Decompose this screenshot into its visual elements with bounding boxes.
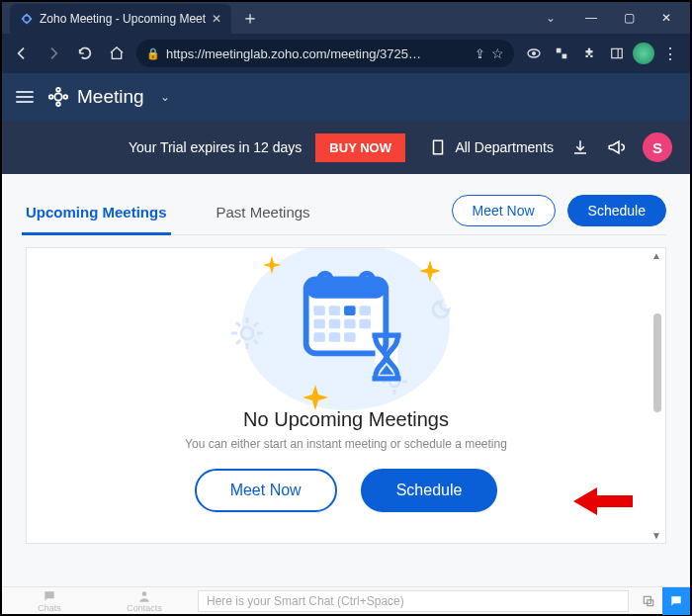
smart-chat-input[interactable]: Here is your Smart Chat (Ctrl+Space) (198, 590, 629, 612)
announce-icon[interactable] (607, 138, 625, 156)
building-icon (429, 138, 447, 156)
svg-rect-42 (329, 306, 341, 315)
svg-point-4 (26, 22, 28, 24)
empty-subtitle: You can either start an instant meeting … (185, 437, 507, 451)
window-titlebar: Zoho Meeting - Upcoming Meet ✕ ＋ ⌄ ― ▢ ✕ (2, 2, 690, 34)
extensions-icon[interactable] (577, 42, 601, 65)
footer-popout-icon[interactable] (635, 587, 662, 615)
empty-meet-now-button[interactable]: Meet Now (195, 469, 337, 512)
svg-point-1 (22, 18, 24, 20)
lock-icon: 🔒 (146, 47, 160, 60)
svg-rect-44 (359, 306, 371, 315)
menu-icon[interactable]: ⋮ (658, 42, 682, 65)
sun-doodle-icon (227, 313, 267, 353)
department-label: All Departments (455, 139, 554, 155)
close-window-button[interactable]: ✕ (649, 4, 684, 32)
panel-scrollbar[interactable]: ▲ ▼ (649, 250, 663, 541)
tabs-dropdown-icon[interactable]: ⌄ (528, 11, 573, 25)
brand-icon (47, 86, 69, 108)
scroll-down-icon[interactable]: ▼ (649, 530, 663, 541)
svg-rect-46 (329, 319, 341, 329)
svg-rect-49 (313, 332, 325, 342)
svg-rect-50 (329, 332, 341, 342)
svg-rect-8 (562, 54, 567, 59)
url-text: https://meetinglab.zoho.com/meeting/3725… (166, 46, 469, 61)
close-tab-icon[interactable]: ✕ (212, 12, 221, 26)
scroll-thumb[interactable] (653, 313, 661, 412)
brand-name: Meeting (77, 86, 144, 108)
maximize-button[interactable]: ▢ (611, 4, 647, 32)
empty-title: No Upcoming Meetings (243, 408, 449, 431)
browser-tab[interactable]: Zoho Meeting - Upcoming Meet ✕ (10, 4, 231, 34)
moon-doodle-icon (429, 296, 457, 323)
svg-rect-7 (557, 48, 562, 53)
empty-illustration (217, 247, 475, 404)
trial-text: Your Trial expires in 12 days (129, 139, 302, 155)
trial-banner: Your Trial expires in 12 days BUY NOW Al… (2, 121, 690, 174)
reload-button[interactable] (73, 42, 97, 65)
hamburger-icon[interactable] (16, 91, 34, 103)
empty-schedule-button[interactable]: Schedule (361, 469, 498, 512)
brand-dropdown-icon[interactable]: ⌄ (160, 90, 170, 104)
svg-point-6 (533, 52, 536, 55)
tab-title: Zoho Meeting - Upcoming Meet (40, 12, 206, 26)
sparkle-icon (263, 256, 281, 274)
tab-upcoming-meetings[interactable]: Upcoming Meetings (26, 192, 167, 234)
svg-point-11 (54, 93, 61, 100)
meet-now-button[interactable]: Meet Now (452, 195, 556, 226)
department-selector[interactable]: All Departments (429, 138, 554, 156)
address-bar[interactable]: 🔒 https://meetinglab.zoho.com/meeting/37… (136, 40, 514, 67)
sparkle-icon (419, 260, 441, 282)
svg-point-3 (26, 14, 28, 16)
download-icon[interactable] (571, 138, 589, 156)
user-avatar[interactable]: S (643, 132, 672, 162)
minimize-button[interactable]: ― (573, 4, 609, 32)
tab-strip: Zoho Meeting - Upcoming Meet ✕ ＋ (2, 2, 269, 34)
svg-point-0 (24, 16, 31, 23)
window-controls: ― ▢ ✕ (573, 4, 690, 32)
svg-point-23 (241, 327, 253, 339)
svg-point-12 (56, 88, 60, 92)
svg-rect-48 (359, 319, 371, 329)
new-tab-button[interactable]: ＋ (231, 6, 269, 30)
sparkle-icon (303, 385, 328, 410)
svg-point-2 (30, 18, 32, 20)
back-button[interactable] (10, 42, 34, 65)
meetings-tabs: Upcoming Meetings Past Meetings (26, 192, 310, 234)
svg-point-14 (49, 95, 53, 99)
svg-point-15 (64, 95, 68, 99)
schedule-button[interactable]: Schedule (567, 195, 666, 226)
bookmark-icon[interactable]: ☆ (491, 45, 504, 61)
hourglass-icon (366, 331, 407, 383)
svg-point-13 (56, 103, 60, 107)
sidepanel-icon[interactable] (605, 42, 629, 65)
toolbar-right-icons: ⋮ (522, 42, 682, 65)
tab-past-meetings[interactable]: Past Meetings (216, 192, 310, 234)
meetings-panel: No Upcoming Meetings You can either star… (26, 247, 666, 544)
footer-chats[interactable]: Chats (2, 589, 97, 613)
translate-icon[interactable] (550, 42, 573, 65)
brand[interactable]: Meeting ⌄ (47, 86, 170, 108)
empty-state: No Upcoming Meetings You can either star… (27, 248, 665, 543)
eye-icon[interactable] (522, 42, 546, 65)
footer-chat-button[interactable] (662, 587, 690, 615)
browser-toolbar: 🔒 https://meetinglab.zoho.com/meeting/37… (2, 34, 690, 73)
svg-rect-41 (313, 306, 325, 315)
svg-rect-51 (344, 332, 356, 342)
app-header: Meeting ⌄ (2, 73, 690, 121)
svg-rect-45 (313, 319, 325, 329)
footer-contacts[interactable]: Contacts (97, 589, 192, 613)
share-icon[interactable]: ⇪ (475, 46, 485, 61)
profile-avatar-icon[interactable] (633, 43, 654, 64)
scroll-up-icon[interactable]: ▲ (649, 250, 663, 261)
svg-line-30 (254, 322, 258, 326)
svg-point-53 (142, 591, 147, 596)
svg-rect-9 (612, 48, 623, 57)
svg-rect-16 (434, 140, 443, 154)
buy-now-button[interactable]: BUY NOW (315, 133, 405, 162)
svg-rect-47 (344, 319, 356, 329)
forward-button[interactable] (42, 42, 65, 65)
bottom-bar: Chats Contacts Here is your Smart Chat (… (2, 586, 690, 614)
home-button[interactable] (105, 42, 129, 65)
main-content: Upcoming Meetings Past Meetings Meet Now… (2, 174, 690, 586)
